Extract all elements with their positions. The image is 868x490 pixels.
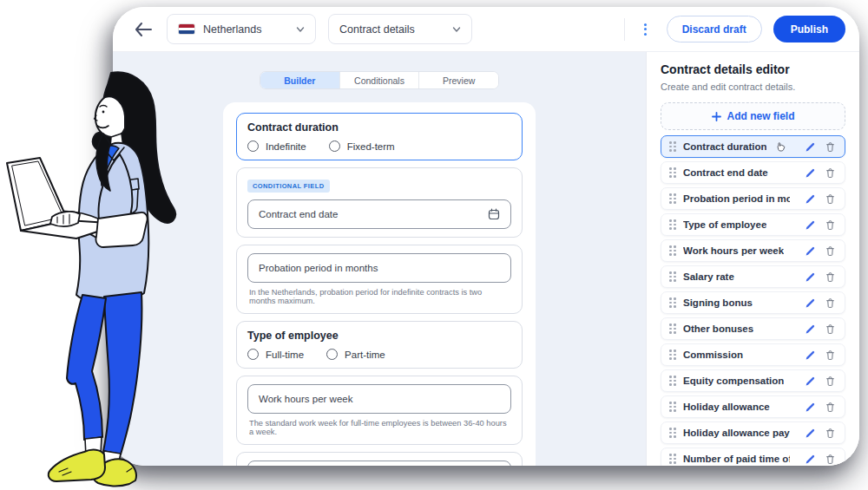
field-card-salary-rate[interactable]: Salary rate: [236, 452, 523, 466]
delete-field-button[interactable]: [824, 167, 837, 180]
drag-handle-icon[interactable]: [669, 376, 676, 386]
drag-handle-icon[interactable]: [669, 350, 676, 360]
delete-field-button[interactable]: [824, 323, 837, 336]
probation-input[interactable]: Probation period in months: [247, 253, 511, 283]
radio-label: Fixed-term: [347, 141, 395, 152]
drag-handle-icon[interactable]: [669, 141, 676, 152]
edit-field-button[interactable]: [804, 140, 817, 154]
edit-field-button[interactable]: [804, 193, 817, 206]
drag-handle-icon[interactable]: [669, 219, 676, 230]
edit-field-button[interactable]: [804, 349, 817, 362]
kebab-menu-icon[interactable]: [636, 18, 655, 41]
field-row[interactable]: Salary rate: [661, 265, 845, 288]
field-row[interactable]: Probation period in months: [661, 187, 845, 210]
field-row[interactable]: Holiday allowance: [661, 395, 845, 418]
field-row[interactable]: Equity compensation: [661, 369, 845, 392]
tab-preview[interactable]: Preview: [419, 72, 498, 88]
drag-handle-icon[interactable]: [669, 193, 676, 204]
field-row[interactable]: Holiday allowance payment fre...: [661, 421, 845, 444]
header-divider: [624, 18, 625, 41]
radio-circle-icon: [247, 140, 259, 152]
country-select[interactable]: Netherlands: [167, 14, 316, 44]
delete-field-button[interactable]: [824, 349, 837, 362]
tab-builder[interactable]: Builder: [260, 72, 340, 88]
field-row-contract-duration[interactable]: Contract duration: [661, 135, 845, 158]
builder-tabs: Builder Conditionals Preview: [260, 71, 499, 89]
panel-title: Contract details editor: [661, 62, 845, 76]
edit-field-button[interactable]: [804, 323, 817, 336]
delete-field-button[interactable]: [824, 219, 837, 232]
delete-field-button[interactable]: [824, 375, 837, 388]
radio-fixed-term[interactable]: Fixed-term: [329, 140, 395, 152]
edit-field-button[interactable]: [804, 245, 817, 258]
field-card-contract-end-date[interactable]: CONDITIONAL FIELD Contract end date: [236, 167, 523, 238]
field-row-label: Number of paid time off days: [683, 454, 790, 464]
delete-field-button[interactable]: [824, 297, 837, 310]
publish-button[interactable]: Publish: [773, 16, 845, 42]
edit-field-button[interactable]: [804, 453, 817, 466]
delete-field-button[interactable]: [824, 453, 837, 466]
country-select-value: Netherlands: [203, 23, 288, 36]
arrow-left-icon: [135, 23, 152, 36]
field-row[interactable]: Work hours per week: [661, 239, 845, 262]
field-row[interactable]: Commission: [661, 343, 845, 366]
pencil-icon: [805, 323, 816, 335]
delete-field-button[interactable]: [824, 245, 837, 258]
add-new-field-button[interactable]: Add new field: [661, 102, 845, 130]
delete-field-button[interactable]: [824, 427, 837, 440]
hand-cursor-icon: [775, 141, 786, 153]
field-row[interactable]: Contract end date: [661, 161, 845, 184]
drag-handle-icon[interactable]: [669, 245, 676, 256]
work-hours-input[interactable]: Work hours per week: [247, 384, 511, 414]
far-hand: [50, 212, 80, 226]
field-row-label: Equity compensation: [683, 376, 784, 386]
radio-group: Full-time Part-time: [247, 349, 511, 360]
field-card-type-of-employee[interactable]: Type of employee Full-time Part-time: [236, 321, 523, 369]
edit-field-button[interactable]: [804, 297, 817, 310]
drag-handle-icon[interactable]: [669, 428, 676, 438]
drag-handle-icon[interactable]: [669, 454, 676, 464]
edit-field-button[interactable]: [804, 271, 817, 284]
near-hand: [35, 210, 59, 225]
radio-full-time[interactable]: Full-time: [247, 349, 304, 360]
radio-part-time[interactable]: Part-time: [326, 349, 385, 360]
trash-icon: [825, 428, 836, 439]
drag-handle-icon[interactable]: [669, 167, 676, 178]
delete-field-button[interactable]: [824, 193, 837, 206]
back-button[interactable]: [132, 18, 155, 41]
ankle: [102, 451, 121, 469]
drag-handle-icon[interactable]: [669, 271, 676, 282]
chevron-down-icon: [296, 25, 305, 34]
pencil-icon: [805, 219, 816, 231]
delete-field-button[interactable]: [824, 271, 837, 284]
field-row[interactable]: Number of paid time off days: [661, 448, 845, 466]
chevron-down-icon: [452, 25, 461, 34]
field-row[interactable]: Type of employee: [661, 213, 845, 236]
field-row[interactable]: Other bonuses: [661, 317, 845, 340]
drag-handle-icon[interactable]: [669, 402, 676, 412]
radio-indefinite[interactable]: Indefinite: [247, 140, 306, 152]
edit-field-button[interactable]: [804, 427, 817, 440]
shoe-back: [93, 459, 136, 486]
delete-field-button[interactable]: [824, 140, 837, 154]
drag-handle-icon[interactable]: [669, 297, 676, 308]
drag-handle-icon[interactable]: [669, 323, 676, 334]
field-card-work-hours[interactable]: Work hours per week The standard work we…: [236, 376, 523, 445]
edit-field-button[interactable]: [804, 219, 817, 232]
field-row-label: Signing bonus: [683, 297, 753, 308]
radio-label: Full-time: [266, 350, 304, 360]
edit-field-button[interactable]: [804, 375, 817, 388]
helper-text: In the Netherlands, probation period for…: [249, 288, 510, 305]
contract-end-date-input[interactable]: Contract end date: [247, 199, 511, 229]
field-row[interactable]: Signing bonus: [661, 291, 845, 314]
delete-field-button[interactable]: [824, 401, 837, 414]
field-card-probation[interactable]: Probation period in months In the Nether…: [236, 245, 523, 314]
salary-rate-select[interactable]: Salary rate: [247, 461, 511, 466]
edit-field-button[interactable]: [804, 167, 817, 180]
laptop-base: [21, 220, 122, 238]
discard-draft-button[interactable]: Discard draft: [667, 16, 762, 42]
section-select[interactable]: Contract details: [328, 14, 472, 44]
field-card-contract-duration[interactable]: Contract duration Indefinite Fixed-term: [236, 113, 523, 160]
edit-field-button[interactable]: [804, 401, 817, 414]
tab-conditionals[interactable]: Conditionals: [340, 72, 420, 88]
